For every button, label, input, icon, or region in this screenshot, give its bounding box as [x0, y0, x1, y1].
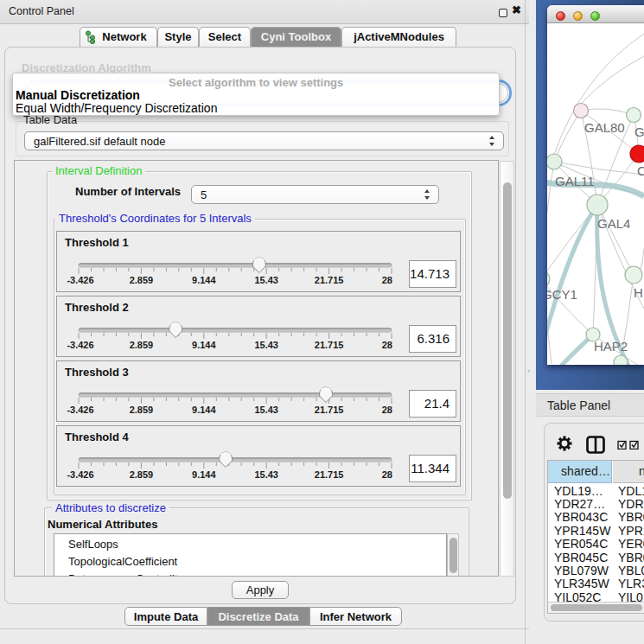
svg-text:15.43: 15.43 [254, 340, 278, 350]
svg-text:-3.426: -3.426 [67, 275, 93, 285]
svg-text:2.859: 2.859 [130, 275, 154, 285]
svg-text:GA: GA [634, 124, 644, 139]
svg-text:2.859: 2.859 [130, 340, 154, 350]
svg-text:GCY1: GCY1 [547, 287, 577, 302]
svg-text:-3.426: -3.426 [67, 469, 93, 480]
svg-text:9.144: 9.144 [192, 469, 216, 480]
svg-text:9.144: 9.144 [192, 275, 216, 285]
svg-text:HAP2: HAP2 [594, 339, 628, 354]
svg-text:21.715: 21.715 [315, 275, 344, 285]
svg-text:9.144: 9.144 [192, 340, 216, 350]
svg-text:21.715: 21.715 [315, 469, 344, 480]
svg-text:15.43: 15.43 [254, 469, 278, 480]
svg-text:21.715: 21.715 [315, 340, 344, 350]
svg-text:GAL11: GAL11 [555, 174, 595, 188]
svg-text:2.859: 2.859 [130, 405, 154, 415]
svg-text:H: H [634, 285, 643, 300]
svg-text:9.144: 9.144 [192, 405, 216, 415]
svg-text:28: 28 [382, 275, 392, 285]
svg-text:C: C [637, 163, 644, 178]
svg-text:15.43: 15.43 [254, 275, 278, 285]
svg-text:21.715: 21.715 [315, 405, 344, 415]
svg-text:-3.426: -3.426 [67, 340, 93, 350]
svg-text:GAL4: GAL4 [597, 216, 630, 231]
svg-text:GAL80: GAL80 [584, 120, 625, 135]
svg-text:28: 28 [382, 469, 392, 480]
svg-text:2.859: 2.859 [130, 469, 154, 480]
svg-text:15.43: 15.43 [254, 405, 278, 415]
svg-text:28: 28 [382, 340, 392, 350]
svg-text:28: 28 [382, 405, 392, 415]
svg-text:-3.426: -3.426 [67, 405, 93, 415]
